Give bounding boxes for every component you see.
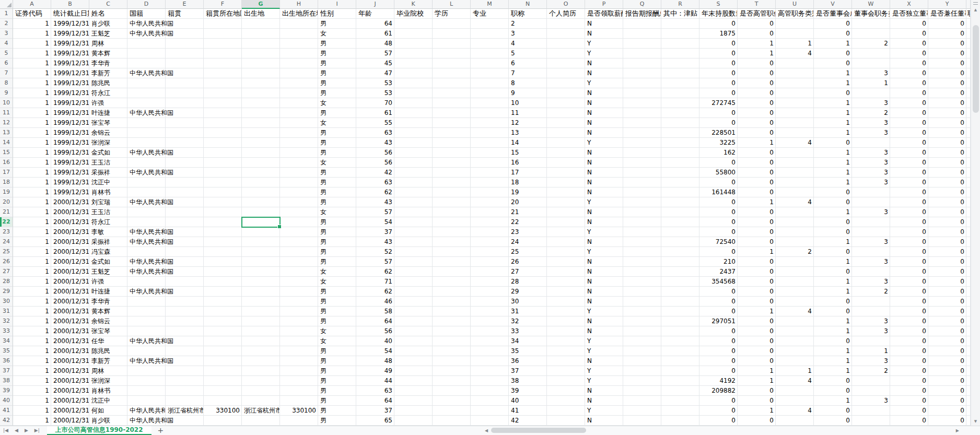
cell-Y6[interactable]: 0 xyxy=(928,58,966,68)
cell-S2[interactable]: 0 xyxy=(699,19,738,29)
cell-A31[interactable]: 1 xyxy=(13,307,51,316)
cell-T42[interactable]: 0 xyxy=(738,416,776,426)
cell-C39[interactable]: 肖林书 xyxy=(89,386,127,396)
cell-S32[interactable]: 297051 xyxy=(699,316,738,326)
horizontal-scrollbar[interactable]: ◀ ▶ xyxy=(485,427,970,434)
cell-H21[interactable] xyxy=(280,207,318,217)
cell-O25[interactable] xyxy=(547,247,585,257)
cell-S30[interactable]: 0 xyxy=(699,297,738,307)
cell-Z4[interactable] xyxy=(966,39,971,49)
cell-X27[interactable]: 0 xyxy=(890,267,928,277)
cell-L8[interactable] xyxy=(433,78,471,88)
cell-K8[interactable] xyxy=(394,78,433,88)
cell-W18[interactable]: 3 xyxy=(852,178,890,187)
cell-M31[interactable] xyxy=(471,307,509,316)
cell-R28[interactable] xyxy=(661,277,699,287)
cell-X41[interactable]: 0 xyxy=(890,406,928,416)
cell-F4[interactable] xyxy=(204,39,242,49)
cell-U9[interactable] xyxy=(776,88,814,98)
cell-W21[interactable]: 3 xyxy=(852,207,890,217)
cell-Y21[interactable]: 0 xyxy=(928,207,966,217)
row-header-12[interactable]: 12 xyxy=(0,118,13,128)
cell-Y30[interactable]: 0 xyxy=(928,297,966,307)
cell-M28[interactable] xyxy=(471,277,509,287)
cell-N21[interactable]: 21 xyxy=(509,207,547,217)
cell-M7[interactable] xyxy=(471,68,509,78)
row-header-14[interactable]: 14 xyxy=(0,138,13,148)
cell-R40[interactable] xyxy=(661,396,699,406)
cell-W5[interactable] xyxy=(852,49,890,58)
cell-N17[interactable]: 17 xyxy=(509,168,547,178)
cell-D24[interactable]: 中华人民共和国 xyxy=(127,237,166,247)
cell-L10[interactable] xyxy=(433,98,471,108)
cell-I42[interactable]: 男 xyxy=(318,416,356,426)
cell-U13[interactable] xyxy=(776,128,814,138)
row-header-5[interactable]: 5 xyxy=(0,49,13,58)
cell-L32[interactable] xyxy=(433,316,471,326)
cell-L14[interactable] xyxy=(433,138,471,148)
cell-Z10[interactable] xyxy=(966,98,971,108)
cell-K15[interactable] xyxy=(394,148,433,158)
cell-O42[interactable] xyxy=(547,416,585,426)
cell-A17[interactable]: 1 xyxy=(13,168,51,178)
cell-N26[interactable]: 26 xyxy=(509,257,547,267)
cell-Q23[interactable] xyxy=(623,227,661,237)
cell-Z40[interactable] xyxy=(966,396,971,406)
cell-I3[interactable]: 女 xyxy=(318,29,356,39)
cell-D21[interactable] xyxy=(127,207,166,217)
cell-S12[interactable]: 0 xyxy=(699,118,738,128)
cell-G2[interactable] xyxy=(242,19,280,29)
cell-Y4[interactable]: 0 xyxy=(928,39,966,49)
cell-D14[interactable] xyxy=(127,138,166,148)
cell-H36[interactable] xyxy=(280,356,318,366)
cell-I40[interactable]: 男 xyxy=(318,396,356,406)
cell-C29[interactable]: 叶连捷 xyxy=(89,287,127,297)
cell-G31[interactable] xyxy=(242,307,280,316)
cell-U1[interactable]: 高管职务类别 xyxy=(776,9,814,19)
cell-X14[interactable]: 0 xyxy=(890,138,928,148)
prev-sheet-icon[interactable]: ◀ xyxy=(11,426,21,435)
cell-N15[interactable]: 15 xyxy=(509,148,547,158)
cell-B10[interactable]: 1999/12/31 xyxy=(51,98,89,108)
cell-G42[interactable] xyxy=(242,416,280,426)
cell-S31[interactable]: 0 xyxy=(699,307,738,316)
cell-T17[interactable]: 0 xyxy=(738,168,776,178)
cell-G16[interactable] xyxy=(242,158,280,168)
cell-X10[interactable]: 0 xyxy=(890,98,928,108)
cell-S41[interactable]: 0 xyxy=(699,406,738,416)
cell-X40[interactable]: 0 xyxy=(890,396,928,406)
cell-J39[interactable]: 63 xyxy=(356,386,394,396)
cell-X15[interactable]: 0 xyxy=(890,148,928,158)
cell-D8[interactable] xyxy=(127,78,166,88)
cell-M9[interactable] xyxy=(471,88,509,98)
cell-Z2[interactable] xyxy=(966,19,971,29)
cell-G11[interactable] xyxy=(242,108,280,118)
cell-K6[interactable] xyxy=(394,58,433,68)
cell-I14[interactable]: 男 xyxy=(318,138,356,148)
row-header-21[interactable]: 21 xyxy=(0,207,13,217)
cell-W29[interactable]: 2 xyxy=(852,287,890,297)
cell-R38[interactable] xyxy=(661,376,699,386)
cell-S38[interactable]: 4192 xyxy=(699,376,738,386)
cell-B29[interactable]: 2000/12/31 xyxy=(51,287,89,297)
cell-V18[interactable]: 1 xyxy=(814,178,852,187)
cell-Q5[interactable] xyxy=(623,49,661,58)
cell-N5[interactable]: 5 xyxy=(509,49,547,58)
cell-Y33[interactable]: 0 xyxy=(928,326,966,336)
cell-W34[interactable] xyxy=(852,336,890,346)
cell-R3[interactable] xyxy=(661,29,699,39)
cell-X38[interactable]: 0 xyxy=(890,376,928,386)
cell-Z23[interactable] xyxy=(966,227,971,237)
cell-H5[interactable] xyxy=(280,49,318,58)
cell-L18[interactable] xyxy=(433,178,471,187)
cell-O20[interactable] xyxy=(547,197,585,207)
cell-U4[interactable]: 1 xyxy=(776,39,814,49)
cell-O10[interactable] xyxy=(547,98,585,108)
cell-T16[interactable]: 0 xyxy=(738,158,776,168)
cell-W20[interactable] xyxy=(852,197,890,207)
column-header-T[interactable]: T xyxy=(738,0,776,9)
cell-T40[interactable]: 0 xyxy=(738,396,776,406)
cell-P26[interactable]: N xyxy=(585,257,623,267)
cell-S16[interactable]: 0 xyxy=(699,158,738,168)
cell-Y20[interactable]: 0 xyxy=(928,197,966,207)
